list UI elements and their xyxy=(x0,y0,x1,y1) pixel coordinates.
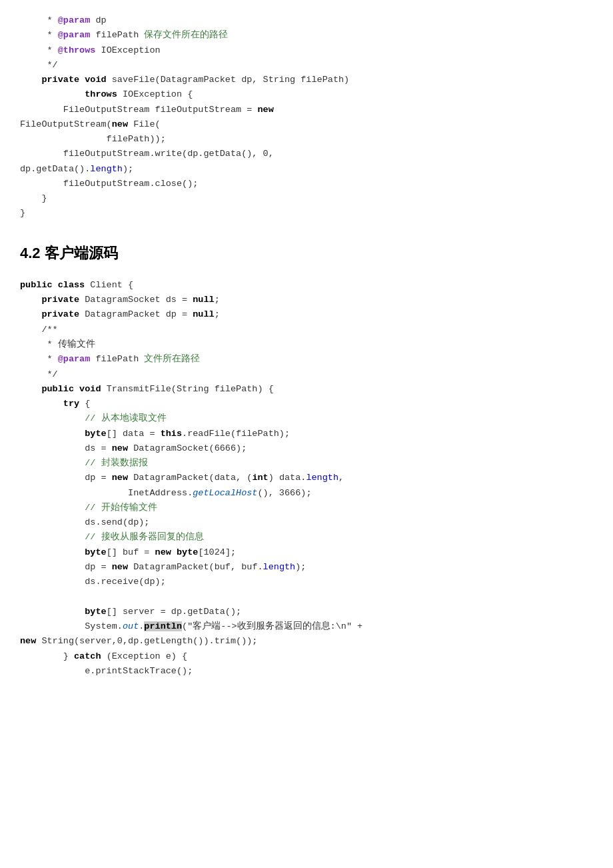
line-comment-recv: // 接收从服务器回复的信息 xyxy=(20,532,204,542)
line-private-ds: private DatagramSocket ds = null; xyxy=(20,295,220,305)
line-javadoc-start: /** xyxy=(20,325,58,335)
line-ds-send: ds.send(dp); xyxy=(20,517,149,527)
line-comment-read: // 从本地读取文件 xyxy=(20,413,167,423)
line-close-brace2: } xyxy=(20,208,25,218)
line-catch: } catch (Exception e) { xyxy=(20,651,187,661)
line-filepath: filePath)); xyxy=(20,134,166,144)
line-system-out: System.out.println("客户端-->收到服务器返回的信息:\n"… xyxy=(20,621,362,631)
line-byte-server: byte[] server = dp.getData(); xyxy=(20,607,241,617)
line-comment-param1: * @param dp xyxy=(20,15,107,25)
section-heading-42: 4.2 客户端源码 xyxy=(20,241,593,265)
line-throws: throws IOException { xyxy=(20,89,193,99)
line-write: fileOutputStream.write(dp.getData(), 0, xyxy=(20,149,274,159)
line-comment-pack: // 封装数据报 xyxy=(20,458,148,468)
line-public-void-transmit: public void TransmitFile(String filePath… xyxy=(20,384,274,394)
line-length: dp.getData().length); xyxy=(20,164,133,174)
code-lines-2: public class Client { private DatagramSo… xyxy=(20,278,593,679)
code-section-1: * @param dp * @param filePath 保存文件所在的路径 … xyxy=(20,13,593,221)
line-dp-new: dp = new DatagramPacket(data, (int) data… xyxy=(20,473,344,483)
line-blank xyxy=(20,591,25,601)
line-close: fileOutputStream.close(); xyxy=(20,179,198,189)
line-comment-throws: * @throws IOException xyxy=(20,45,161,55)
line-inet: InetAddress.getLocalHost(), 3666); xyxy=(20,488,311,498)
code-lines-1: * @param dp * @param filePath 保存文件所在的路径 … xyxy=(20,13,593,221)
line-private-dp: private DatagramPacket dp = null; xyxy=(20,309,220,319)
line-try: try { xyxy=(20,399,90,409)
line-fos-new: FileOutputStream(new File( xyxy=(20,119,161,129)
line-printstacktrace: e.printStackTrace(); xyxy=(20,666,193,676)
line-byte-data: byte[] data = this.readFile(filePath); xyxy=(20,429,290,439)
line-close-brace1: } xyxy=(20,193,47,203)
line-javadoc-end: */ xyxy=(20,369,58,379)
line-dp-buf: dp = new DatagramPacket(buf, buf.length)… xyxy=(20,562,306,572)
line-private-void: private void saveFile(DatagramPacket dp,… xyxy=(20,75,349,85)
line-ds-new: ds = new DatagramSocket(6666); xyxy=(20,443,247,453)
line-javadoc-param: * @param filePath 文件所在路径 xyxy=(20,354,200,364)
code-section-2: public class Client { private DatagramSo… xyxy=(20,278,593,679)
line-ds-receive: ds.receive(dp); xyxy=(20,577,166,587)
line-comment-send: // 开始传输文件 xyxy=(20,503,157,513)
line-public-class: public class Client { xyxy=(20,280,133,290)
line-new-string: new String(server,0,dp.getLength()).trim… xyxy=(20,636,257,646)
line-comment-param2: * @param filePath 保存文件所在的路径 xyxy=(20,30,228,40)
line-fos-decl: FileOutputStream fileOutputStream = new xyxy=(20,105,274,115)
line-byte-buf: byte[] buf = new byte[1024]; xyxy=(20,547,236,557)
line-javadoc-transfer: * 传输文件 xyxy=(20,339,95,349)
line-comment-end: */ xyxy=(20,60,58,70)
